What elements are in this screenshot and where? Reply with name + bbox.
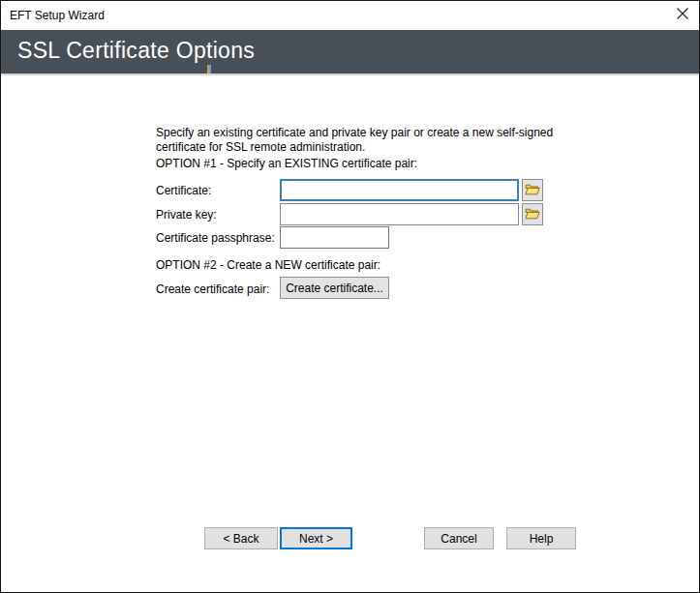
folder-icon (525, 183, 540, 198)
back-button[interactable]: < Back (204, 527, 278, 549)
option1-heading: OPTION #1 - Specify an EXISTING certific… (156, 157, 417, 170)
close-button[interactable] (666, 1, 699, 29)
create-certificate-button[interactable]: Create certificate... (280, 277, 389, 299)
private-key-input[interactable] (280, 203, 519, 225)
private-key-label: Private key: (156, 208, 217, 222)
header-band: SSL Certificate Options (1, 30, 699, 75)
intro-text: Specify an existing certificate and priv… (156, 126, 578, 155)
window-title: EFT Setup Wizard (1, 9, 105, 22)
private-key-browse-button[interactable] (522, 203, 543, 225)
certificate-browse-button[interactable] (522, 179, 543, 201)
wizard-window: EFT Setup Wizard SSL Certificate Options… (0, 0, 700, 593)
next-button[interactable]: Next > (280, 527, 352, 549)
passphrase-input[interactable] (280, 226, 389, 249)
create-pair-label: Create certificate pair: (156, 282, 269, 296)
passphrase-label: Certificate passphrase: (156, 231, 275, 245)
certificate-input[interactable] (280, 179, 519, 201)
close-icon (676, 7, 689, 23)
titlebar: EFT Setup Wizard (1, 1, 699, 30)
folder-icon (525, 207, 540, 222)
option2-heading: OPTION #2 - Create a NEW certificate pai… (156, 258, 380, 272)
header-artifact (207, 65, 211, 74)
cancel-button[interactable]: Cancel (424, 527, 494, 549)
page-title: SSL Certificate Options (17, 38, 255, 64)
help-button[interactable]: Help (506, 527, 576, 549)
certificate-label: Certificate: (156, 184, 211, 197)
